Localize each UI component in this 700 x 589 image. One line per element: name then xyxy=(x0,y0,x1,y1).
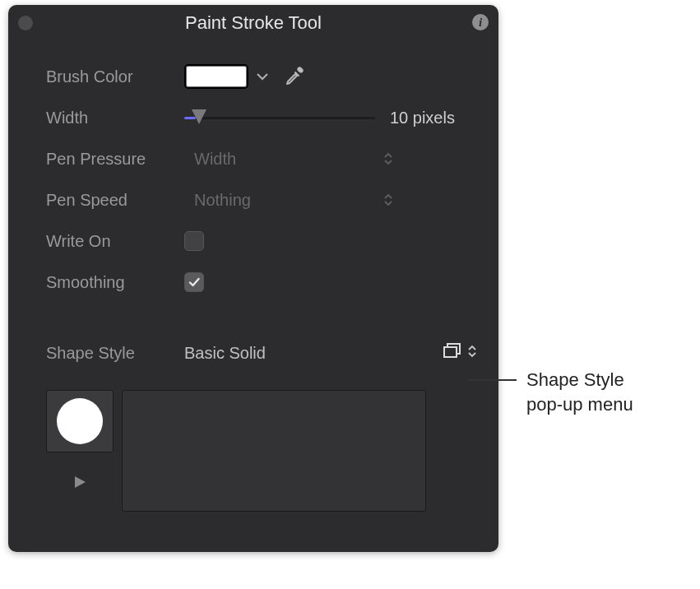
window-control-icon[interactable] xyxy=(18,16,33,30)
paint-stroke-tool-panel: Paint Stroke Tool i Brush Color xyxy=(8,5,498,552)
style-swatch[interactable] xyxy=(46,390,114,452)
panel-body: Brush Color Width xyxy=(8,41,498,512)
label-shape-style: Shape Style xyxy=(46,344,184,363)
row-shape-style: Shape Style Basic Solid xyxy=(46,332,484,373)
shape-style-popup-button[interactable] xyxy=(443,342,477,364)
check-icon xyxy=(188,276,201,289)
row-pen-pressure: Pen Pressure Width xyxy=(46,138,484,179)
row-write-on: Write On xyxy=(46,220,484,262)
label-smoothing: Smoothing xyxy=(46,273,184,292)
write-on-checkbox[interactable] xyxy=(184,231,204,251)
svg-rect-2 xyxy=(444,347,457,357)
width-value[interactable]: 10 pixels xyxy=(390,109,455,128)
stroke-preview-area xyxy=(122,390,426,512)
svg-point-0 xyxy=(296,66,304,74)
label-width: Width xyxy=(46,109,184,128)
width-slider[interactable] xyxy=(184,115,375,120)
callout-line xyxy=(469,379,517,381)
pen-pressure-selected: Width xyxy=(194,150,236,169)
pen-speed-selected: Nothing xyxy=(194,191,251,210)
panel-title: Paint Stroke Tool xyxy=(185,12,322,34)
row-pen-speed: Pen Speed Nothing xyxy=(46,179,484,220)
smoothing-checkbox[interactable] xyxy=(184,272,204,292)
updown-arrows-icon xyxy=(383,151,393,166)
label-write-on: Write On xyxy=(46,232,184,251)
swatch-circle-icon xyxy=(57,398,103,444)
pen-speed-dropdown[interactable]: Nothing xyxy=(184,187,398,213)
row-smoothing: Smoothing xyxy=(46,262,484,303)
eyedropper-icon[interactable] xyxy=(283,63,306,90)
updown-arrows-icon xyxy=(383,192,393,207)
slider-thumb-icon[interactable] xyxy=(192,109,206,124)
preview-section xyxy=(46,390,484,512)
updown-arrows-icon xyxy=(467,344,477,363)
shape-style-selected: Basic Solid xyxy=(184,344,266,363)
callout-annotation: Shape Style pop-up menu xyxy=(469,368,633,416)
row-brush-color: Brush Color xyxy=(46,56,484,97)
title-bar: Paint Stroke Tool i xyxy=(8,5,498,41)
chevron-down-icon[interactable] xyxy=(257,72,268,81)
play-icon[interactable] xyxy=(72,474,88,494)
row-width: Width 10 pixels xyxy=(46,97,484,138)
brush-color-well[interactable] xyxy=(184,64,248,89)
label-pen-pressure: Pen Pressure xyxy=(46,150,184,169)
info-icon[interactable]: i xyxy=(472,14,489,30)
pen-pressure-dropdown[interactable]: Width xyxy=(184,146,398,172)
callout-text: Shape Style pop-up menu xyxy=(526,368,633,416)
label-pen-speed: Pen Speed xyxy=(46,191,184,210)
preset-stack-icon xyxy=(443,342,462,364)
label-brush-color: Brush Color xyxy=(46,67,184,86)
